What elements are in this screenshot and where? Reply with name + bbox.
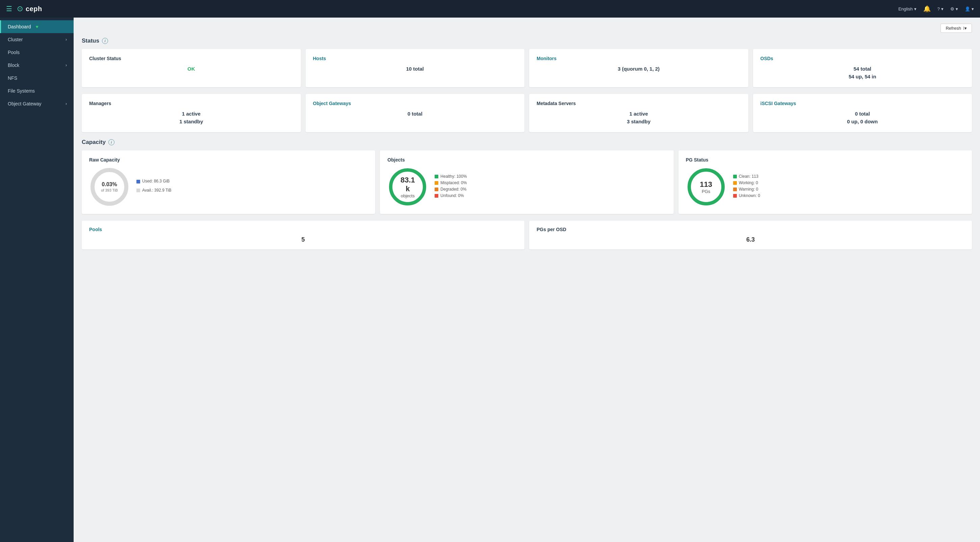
- osds-card-value: 54 total 54 up, 54 in: [760, 65, 965, 80]
- pg-status-title: PG Status: [686, 157, 964, 163]
- metadata-servers-card: Metadata Servers 1 active 3 standby: [529, 94, 748, 132]
- pg-status-content: 113 PGs Clean: 113 Working: 0: [686, 167, 964, 207]
- legend-unfound: Unfound: 0%: [434, 193, 467, 198]
- hosts-card: Hosts 10 total: [305, 49, 525, 87]
- main-layout: Dashboard ♥ Cluster › Pools Block › NFS …: [0, 18, 980, 542]
- chevron-right-icon: ›: [65, 101, 67, 106]
- cluster-status-title: Cluster Status: [89, 56, 293, 61]
- pools-row: Pools 5 PGs per OSD 6.3: [82, 221, 972, 249]
- legend-misplaced: Misplaced: 0%: [434, 180, 467, 185]
- monitors-card-title[interactable]: Monitors: [536, 56, 741, 61]
- raw-capacity-content: 0.03% of 393 TiB Used: 86.3 GiB Avail.: …: [89, 167, 368, 207]
- managers-card-title: Managers: [89, 101, 293, 106]
- capacity-info-icon[interactable]: i: [108, 139, 115, 145]
- sidebar-item-object-gateway[interactable]: Object Gateway ›: [0, 97, 74, 110]
- refresh-button[interactable]: Refresh ⁞▾: [940, 24, 972, 33]
- sidebar-item-dashboard[interactable]: Dashboard ♥: [0, 20, 74, 33]
- header: ☰ ⊙ ceph English ▾ 🔔 ? ▾ ⚙ ▾ 👤 ▾: [0, 0, 980, 18]
- pgs-per-osd-card-value: 6.3: [536, 236, 964, 243]
- pools-card-title[interactable]: Pools: [89, 227, 517, 232]
- avail-legend-color: [137, 188, 140, 192]
- osds-card-title[interactable]: OSDs: [760, 56, 965, 61]
- pg-status-donut-label: 113 PGs: [700, 180, 712, 194]
- iscsi-gateways-card: iSCSI Gateways 0 total 0 up, 0 down: [753, 94, 972, 132]
- chevron-right-icon: ›: [65, 37, 67, 42]
- used-legend-item: Used: 86.3 GiB: [137, 178, 172, 185]
- hosts-card-title[interactable]: Hosts: [313, 56, 517, 61]
- dropdown-icon: ⁞▾: [963, 26, 967, 31]
- heart-icon: ♥: [36, 24, 38, 29]
- cluster-status-card: Cluster Status OK: [82, 49, 301, 87]
- raw-capacity-title: Raw Capacity: [89, 157, 368, 163]
- sidebar: Dashboard ♥ Cluster › Pools Block › NFS …: [0, 18, 74, 542]
- pg-status-donut: 113 PGs: [686, 167, 726, 207]
- pools-card-value: 5: [89, 236, 517, 243]
- iscsi-gateways-card-title[interactable]: iSCSI Gateways: [760, 101, 965, 106]
- sidebar-label-nfs: NFS: [8, 75, 17, 81]
- raw-capacity-card: Raw Capacity 0.03% of 393 TiB: [82, 150, 375, 214]
- logo-icon: ⊙: [17, 5, 23, 13]
- objects-card: Objects 83.1 k objects: [380, 150, 673, 214]
- logo: ⊙ ceph: [17, 5, 42, 13]
- user-button[interactable]: 👤 ▾: [965, 6, 974, 11]
- object-gateways-card-value: 0 total: [313, 110, 517, 118]
- logo-text: ceph: [25, 5, 42, 13]
- used-legend-color: [137, 180, 140, 183]
- notification-bell-icon[interactable]: 🔔: [923, 5, 931, 13]
- status-cards-row1: Cluster Status OK Hosts 10 total Monitor…: [82, 49, 972, 87]
- settings-button[interactable]: ⚙ ▾: [950, 6, 958, 11]
- sidebar-label-object-gateway: Object Gateway: [8, 101, 41, 107]
- sidebar-label-block: Block: [8, 62, 19, 68]
- sidebar-item-nfs[interactable]: NFS: [0, 72, 74, 84]
- help-button[interactable]: ? ▾: [937, 6, 943, 11]
- sidebar-label-pools: Pools: [8, 50, 19, 55]
- objects-title: Objects: [387, 157, 666, 163]
- iscsi-gateways-card-value: 0 total 0 up, 0 down: [760, 110, 965, 125]
- metadata-servers-card-title: Metadata Servers: [536, 101, 741, 106]
- pgs-per-osd-card: PGs per OSD 6.3: [529, 221, 972, 249]
- chevron-right-icon: ›: [65, 63, 67, 68]
- legend-working: Working: 0: [733, 180, 760, 185]
- legend-unknown: Unknown: 0: [733, 193, 760, 198]
- hosts-card-value: 10 total: [313, 65, 517, 73]
- legend-healthy: Healthy: 100%: [434, 174, 467, 179]
- status-section-title: Status i: [82, 38, 972, 44]
- sidebar-label-cluster: Cluster: [8, 37, 22, 42]
- hamburger-icon[interactable]: ☰: [6, 5, 12, 13]
- raw-capacity-legend: Used: 86.3 GiB Avail.: 392.9 TiB: [137, 178, 172, 196]
- object-gateways-card: Object Gateways 0 total: [305, 94, 525, 132]
- pgs-per-osd-card-title: PGs per OSD: [536, 227, 964, 232]
- legend-clean: Clean: 113: [733, 174, 760, 179]
- objects-legend: Healthy: 100% Misplaced: 0% Degraded: 0%: [434, 174, 467, 200]
- cluster-status-value: OK: [89, 65, 293, 73]
- sidebar-item-pools[interactable]: Pools: [0, 46, 74, 59]
- osds-card: OSDs 54 total 54 up, 54 in: [753, 49, 972, 87]
- monitors-card: Monitors 3 (quorum 0, 1, 2): [529, 49, 748, 87]
- monitors-card-value: 3 (quorum 0, 1, 2): [536, 65, 741, 73]
- avail-legend-item: Avail.: 392.9 TiB: [137, 187, 172, 194]
- legend-degraded: Degraded: 0%: [434, 187, 467, 191]
- content-area: Refresh ⁞▾ Status i Cluster Status OK Ho…: [74, 18, 980, 542]
- managers-card-value: 1 active 1 standby: [89, 110, 293, 125]
- pg-status-card: PG Status 113 PGs Cle: [678, 150, 972, 214]
- objects-content: 83.1 k objects Healthy: 100% Misplaced: …: [387, 167, 666, 207]
- toolbar: Refresh ⁞▾: [82, 24, 972, 33]
- status-cards-row2: Managers 1 active 1 standby Object Gatew…: [82, 94, 972, 132]
- sidebar-label-dashboard: Dashboard: [8, 24, 31, 29]
- sidebar-item-filesystems[interactable]: File Systems: [0, 84, 74, 97]
- objects-donut-label: 83.1 k objects: [398, 176, 418, 198]
- raw-capacity-donut-label: 0.03% of 393 TiB: [101, 182, 118, 192]
- pg-status-legend: Clean: 113 Working: 0 Warning: 0 Un: [733, 174, 760, 200]
- sidebar-item-block[interactable]: Block ›: [0, 59, 74, 72]
- capacity-cards: Raw Capacity 0.03% of 393 TiB: [82, 150, 972, 214]
- object-gateways-card-title[interactable]: Object Gateways: [313, 101, 517, 106]
- status-info-icon[interactable]: i: [102, 38, 108, 44]
- language-selector[interactable]: English ▾: [898, 6, 916, 11]
- objects-donut: 83.1 k objects: [387, 167, 428, 207]
- sidebar-item-cluster[interactable]: Cluster ›: [0, 33, 74, 46]
- raw-capacity-donut: 0.03% of 393 TiB: [89, 167, 130, 207]
- capacity-section-title: Capacity i: [82, 139, 972, 146]
- header-left: ☰ ⊙ ceph: [6, 5, 42, 13]
- managers-card: Managers 1 active 1 standby: [82, 94, 301, 132]
- metadata-servers-card-value: 1 active 3 standby: [536, 110, 741, 125]
